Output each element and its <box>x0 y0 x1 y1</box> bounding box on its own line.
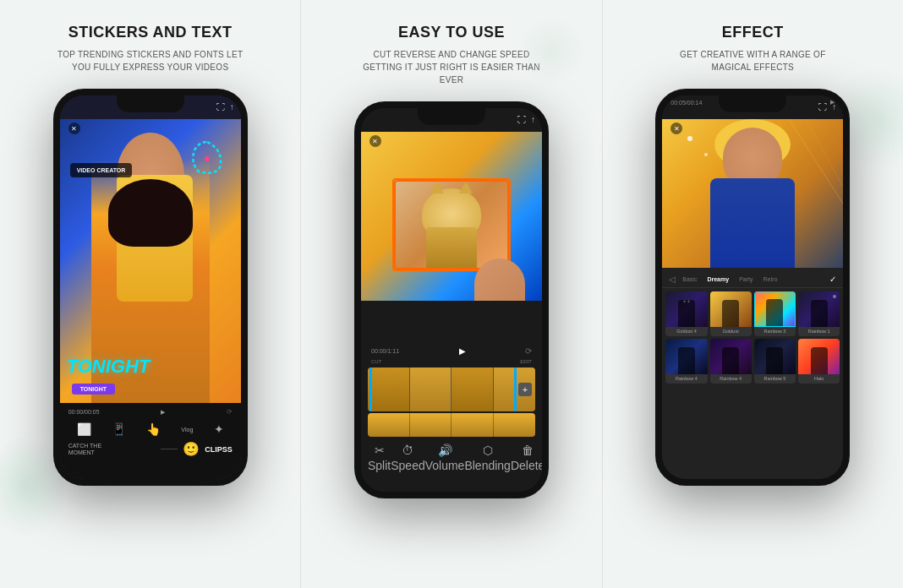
effect-name-rainbow3: Rainbow 3 <box>754 327 796 336</box>
upload-icon-2[interactable]: ↑ <box>531 115 535 124</box>
phone-notch-3 <box>719 95 786 112</box>
phone-notch-1 <box>117 95 184 112</box>
main-timeline-track[interactable]: + <box>368 368 535 411</box>
effect-thumb-halo <box>798 339 840 374</box>
bottom-logo-bar: CATCH THEMOMENT 🙂 CLIPSS <box>60 439 241 459</box>
phone-bottom-bar-1: 00:00/00:05 ▶ ⟳ ⬜ 📱 👆 <box>60 403 241 479</box>
filter-tab-dreamy[interactable]: Dreamy <box>703 275 732 284</box>
effect-name-rainbow1: Rainbow 1 <box>798 327 840 336</box>
bottom-tool-icons-1: ⬜ 📱 👆 Vlog ✦ <box>60 419 241 439</box>
tonight-badge: TONIGHT <box>72 384 115 395</box>
tool-split[interactable]: ✂ Split <box>368 444 391 472</box>
feature-panel-stickers: STICKERS AND TEXT TOP TRENDING STICKERS … <box>0 0 300 588</box>
close-button-2[interactable]: ✕ <box>369 135 381 147</box>
panel3-title: EFFECT <box>722 24 784 41</box>
screen2-timeline: 00:00/1:11 ▶ ⟳ CUT EDIT <box>361 340 542 492</box>
tool-delete[interactable]: 🗑 Delete <box>511 444 542 472</box>
tool-phone[interactable]: 📱 <box>112 422 126 436</box>
features-container: STICKERS AND TEXT TOP TRENDING STICKERS … <box>0 0 903 588</box>
tool-volume[interactable]: 🔊 Volume <box>425 444 465 472</box>
phone-screen-3: ✕ ⛶ ↑ <box>662 95 843 479</box>
expand-icon-3[interactable]: ⛶ <box>818 102 827 112</box>
filter-tab-party[interactable]: Party <box>736 275 756 284</box>
effect-name-goldust4: Goldust 4 <box>665 327 707 336</box>
svg-point-0 <box>205 156 210 161</box>
timeline-undo[interactable]: ⟳ <box>525 346 532 356</box>
feature-panel-easy: EASY TO USE CUT REVERSE AND CHANGE SPEED… <box>300 0 602 588</box>
effect-name-rainbow4b: Rainbow 4 <box>710 374 752 384</box>
effect-name-halo: Halo <box>798 374 840 384</box>
screen3-photo <box>662 119 843 288</box>
video-creator-badge: VIDEO CREATOR <box>70 163 133 177</box>
expand-icon[interactable]: ⛶ <box>216 102 225 112</box>
screen3-content: ✕ ⛶ ↑ <box>662 95 843 479</box>
phone-screen-2: ✕ ⛶ ↑ <box>361 108 542 492</box>
selection-border <box>394 180 509 270</box>
tool-more[interactable]: ✦ <box>214 422 224 436</box>
clipss-logo: CLIPSS <box>205 445 233 454</box>
feature-panel-effect: EFFECT GET CREATIVE WITH A RANGE OF MAGI… <box>603 0 903 588</box>
trim-handle-right[interactable] <box>514 368 517 411</box>
expand-icon-2[interactable]: ⛶ <box>517 115 526 124</box>
panel2-title: EASY TO USE <box>398 24 505 41</box>
tonight-neon-text: TONIGHT <box>67 356 150 378</box>
secondary-timeline-track[interactable] <box>368 413 535 437</box>
effect-name-goldust: Goldust <box>710 327 752 336</box>
timeline-controls: 00:00/1:11 ▶ ⟳ <box>361 340 542 359</box>
sticker-swirl <box>186 138 228 180</box>
panel1-title: STICKERS AND TEXT <box>68 24 233 41</box>
tool-blending[interactable]: ⬡ Blending <box>464 444 511 472</box>
effect-item-rainbow1[interactable]: Rainbow 1 <box>798 291 840 336</box>
phone-notch-2 <box>418 108 485 125</box>
effect-item-goldust[interactable]: Goldust <box>710 291 752 336</box>
close-button[interactable]: ✕ <box>68 122 80 134</box>
tool-speed[interactable]: ⏱ Speed <box>391 444 424 472</box>
effect-item-rainbow4b[interactable]: Rainbow 4 <box>710 339 752 384</box>
screen2-tool-icons: ✂ Split ⏱ Speed 🔊 Volume <box>361 438 542 477</box>
edit-label: EDIT <box>520 359 532 364</box>
phone-mockup-2: ✕ ⛶ ↑ <box>354 101 549 498</box>
effect-thumb-goldust <box>710 291 752 327</box>
effects-panel: ◁ Basic Dreamy Party Retro ✓ <box>662 268 843 479</box>
upload-icon-3[interactable]: ↑ <box>832 102 836 112</box>
panel2-subtitle: CUT REVERSE AND CHANGE SPEED GETTING IT … <box>358 48 545 86</box>
filter-confirm-icon[interactable]: ✓ <box>829 275 836 284</box>
effects-grid: ✦✦ Goldust 4 Goldust <box>662 288 843 387</box>
add-clip-button[interactable]: + <box>518 383 532 396</box>
screen3-person <box>685 128 820 288</box>
timeline-play-btn[interactable]: ▶ <box>459 346 466 356</box>
effect-thumb-rainbow5 <box>754 339 796 374</box>
cat-photo <box>392 178 511 271</box>
tool-gesture[interactable]: 👆 <box>146 422 161 436</box>
effect-name-rainbow4a: Rainbow 4 <box>665 374 707 384</box>
effect-thumb-goldust4: ✦✦ <box>665 291 707 327</box>
screen2-content: ✕ ⛶ ↑ <box>361 108 542 492</box>
person-hair <box>108 179 193 247</box>
tool-vlog[interactable]: Vlog <box>181 427 193 433</box>
effect-thumb-rainbow1 <box>798 291 840 327</box>
panel1-subtitle: TOP TRENDING STICKERS AND FONTS LET YOU … <box>57 48 244 74</box>
cut-label: CUT <box>371 359 381 364</box>
tool-stop[interactable]: ⬜ <box>77 422 91 436</box>
filter-tab-basic[interactable]: Basic <box>679 275 700 284</box>
effect-item-rainbow3[interactable]: Rainbow 3 <box>754 291 796 336</box>
effect-item-rainbow5[interactable]: Rainbow 5 <box>754 339 796 384</box>
timeline-time-2: 00:00/1:11 <box>371 348 399 354</box>
phone-screen-1: ✕ ⛶ ↑ VIDEO CREATOR <box>60 95 241 479</box>
filter-tab-retro[interactable]: Retro <box>759 275 780 284</box>
effects-back-icon[interactable]: ◁ <box>669 275 676 284</box>
effect-name-rainbow5: Rainbow 5 <box>754 374 796 384</box>
effect-item-rainbow4a[interactable]: Rainbow 4 <box>665 339 707 384</box>
panel3-subtitle: GET CREATIVE WITH A RANGE OF MAGICAL EFF… <box>659 48 846 74</box>
phone-mockup-1: ✕ ⛶ ↑ VIDEO CREATOR <box>53 89 248 486</box>
phone-mockup-3: ✕ ⛶ ↑ <box>655 89 850 486</box>
trim-handle-left[interactable] <box>369 368 372 411</box>
hand-element <box>474 259 525 301</box>
screen2-photo <box>361 132 542 301</box>
screen1-content: ✕ ⛶ ↑ VIDEO CREATOR <box>60 95 241 479</box>
effect-thumb-rainbow4b <box>710 339 752 374</box>
effect-item-halo[interactable]: Halo <box>798 339 840 384</box>
effect-thumb-rainbow3 <box>754 291 796 327</box>
upload-icon[interactable]: ↑ <box>230 102 234 112</box>
effect-item-goldust4[interactable]: ✦✦ Goldust 4 <box>665 291 707 336</box>
